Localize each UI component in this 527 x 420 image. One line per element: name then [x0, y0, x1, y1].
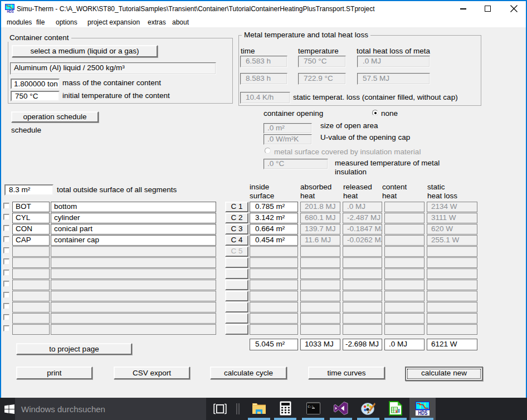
svg-text:HDS: HDS	[418, 410, 428, 416]
svg-text:HDS: HDS	[7, 9, 13, 13]
